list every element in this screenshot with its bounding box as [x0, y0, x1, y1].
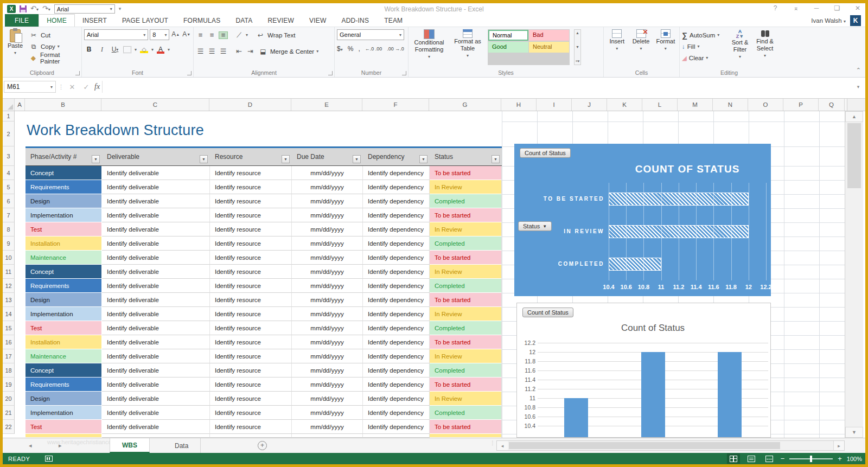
- conditional-formatting-button[interactable]: Conditional Formatting▾: [411, 29, 448, 65]
- deliverable-cell[interactable]: Identify deliverable: [102, 307, 210, 321]
- resource-cell[interactable]: Identify resource: [210, 208, 292, 222]
- status-cell[interactable]: Completed: [430, 406, 502, 420]
- redo-icon[interactable]: ↷▾: [42, 5, 50, 13]
- underline-button[interactable]: U▾: [110, 44, 120, 54]
- deliverable-cell[interactable]: Identify deliverable: [102, 349, 210, 363]
- dependency-cell[interactable]: Identify dependency: [363, 293, 430, 307]
- resource-cell[interactable]: Identify resource: [210, 420, 292, 434]
- status-cell[interactable]: Completed: [430, 321, 502, 335]
- scroll-up-icon[interactable]: ▲: [845, 111, 863, 122]
- filter-icon[interactable]: ▼: [92, 155, 100, 163]
- ribbon-tab-add-ins[interactable]: ADD-INS: [334, 14, 376, 27]
- fill-color-button[interactable]: ◇: [140, 46, 148, 53]
- deliverable-cell[interactable]: Identify deliverable: [102, 208, 210, 222]
- dependency-cell[interactable]: Identify dependency: [363, 420, 430, 434]
- zoom-slider-handle[interactable]: [810, 456, 812, 462]
- bar-in-review[interactable]: [609, 225, 749, 238]
- clipboard-dialog-launcher[interactable]: [75, 71, 80, 75]
- cell[interactable]: [292, 434, 363, 438]
- column-header-B[interactable]: B: [25, 99, 101, 111]
- zoom-level[interactable]: 100%: [847, 456, 862, 462]
- column-header-C[interactable]: C: [101, 99, 209, 111]
- phase-cell[interactable]: Test: [25, 321, 102, 335]
- increase-indent-button[interactable]: ⇥: [246, 48, 255, 55]
- ribbon-tab-formulas[interactable]: FORMULAS: [176, 14, 228, 27]
- ribbon-tab-team[interactable]: TEAM: [376, 14, 410, 27]
- deliverable-cell[interactable]: Identify deliverable: [102, 236, 210, 251]
- dependency-cell[interactable]: Identify dependency: [363, 251, 430, 265]
- percent-style-button[interactable]: %: [348, 45, 354, 53]
- accounting-format-button[interactable]: $▾: [337, 45, 343, 53]
- row-header-6[interactable]: 6: [3, 194, 15, 208]
- filter-icon[interactable]: ▼: [419, 155, 427, 163]
- status-cell[interactable]: [430, 434, 502, 438]
- chart-field-button-count-of-status[interactable]: Count of Status: [520, 148, 571, 158]
- dependency-cell[interactable]: Identify dependency: [363, 349, 430, 363]
- scroll-right-icon[interactable]: ▸: [833, 441, 844, 450]
- due-date-cell[interactable]: mm/dd/yyyy: [292, 222, 363, 236]
- font-family-combo[interactable]: Arial▾: [84, 29, 148, 40]
- ribbon-tab-review[interactable]: REVIEW: [260, 14, 302, 27]
- column-header-K[interactable]: K: [607, 99, 642, 111]
- column-header-G[interactable]: G: [429, 99, 501, 111]
- dependency-cell[interactable]: Identify dependency: [363, 392, 430, 406]
- horizontal-scroll-thumb[interactable]: [509, 442, 780, 449]
- format-as-table-button[interactable]: Format as Table▾: [452, 29, 483, 65]
- tab-scroll-splitter[interactable]: ⋮: [490, 442, 495, 444]
- dependency-cell[interactable]: Identify dependency: [363, 406, 430, 420]
- deliverable-cell[interactable]: Identify deliverable: [102, 363, 210, 378]
- ribbon-tab-data[interactable]: DATA: [228, 14, 260, 27]
- phase-cell[interactable]: Requirements: [25, 180, 102, 194]
- due-date-cell[interactable]: mm/dd/yyyy: [292, 307, 363, 321]
- cell-style-good[interactable]: Good: [488, 42, 528, 53]
- phase-cell[interactable]: Concept: [25, 265, 102, 279]
- dependency-cell[interactable]: Identify dependency: [363, 307, 430, 321]
- pivot-chart-count-of-status[interactable]: Count of StatusStatus▼COUNT OF STATUS10.…: [514, 144, 771, 296]
- zoom-slider[interactable]: [789, 458, 833, 459]
- phase-cell[interactable]: Maintenance: [25, 349, 102, 363]
- dependency-cell[interactable]: Identify dependency: [363, 236, 430, 251]
- deliverable-cell[interactable]: Identify deliverable: [102, 251, 210, 265]
- delete-cells-button[interactable]: ✕ Delete▾: [630, 29, 652, 65]
- sheet-tab-data[interactable]: Data: [163, 438, 201, 453]
- insert-cells-button[interactable]: Insert▾: [606, 29, 628, 65]
- dependency-cell[interactable]: Identify dependency: [363, 321, 430, 335]
- due-date-cell[interactable]: mm/dd/yyyy: [292, 208, 363, 222]
- user-name[interactable]: Ivan Walsh ▾: [811, 17, 846, 24]
- column-header-O[interactable]: O: [748, 99, 783, 111]
- phase-cell[interactable]: Implementation: [25, 208, 102, 222]
- column-header-H[interactable]: H: [501, 99, 537, 111]
- row-header-12[interactable]: 12: [3, 279, 15, 293]
- deliverable-cell[interactable]: Identify deliverable: [102, 265, 210, 279]
- worksheet-grid[interactable]: 12345678910111213141516171819202122 Work…: [3, 111, 865, 438]
- cell-style-neutral[interactable]: Neutral: [529, 42, 569, 53]
- phase-cell[interactable]: Maintenance: [25, 251, 102, 265]
- undo-icon[interactable]: ↶▾: [30, 5, 39, 13]
- status-cell[interactable]: To be started: [430, 335, 502, 349]
- status-cell[interactable]: In Review: [430, 349, 502, 363]
- column-header-P[interactable]: P: [783, 99, 819, 111]
- status-cell[interactable]: To be started: [430, 251, 502, 265]
- ribbon-tab-home[interactable]: HOME: [39, 14, 75, 27]
- page-break-view-button[interactable]: [763, 453, 776, 464]
- status-cell[interactable]: To be started: [430, 166, 502, 180]
- phase-cell[interactable]: Design: [25, 194, 102, 208]
- column-header-E[interactable]: E: [291, 99, 362, 111]
- due-date-cell[interactable]: mm/dd/yyyy: [292, 293, 363, 307]
- phase-cell[interactable]: Requirements: [25, 378, 102, 392]
- alignment-dialog-launcher[interactable]: [328, 71, 333, 75]
- normal-view-button[interactable]: [727, 453, 740, 464]
- phase-cell[interactable]: Test: [25, 420, 102, 434]
- filter-icon[interactable]: ▼: [492, 155, 500, 163]
- due-date-cell[interactable]: mm/dd/yyyy: [292, 236, 363, 251]
- deliverable-cell[interactable]: Identify deliverable: [102, 293, 210, 307]
- phase-cell[interactable]: [25, 434, 102, 438]
- row-header-17[interactable]: 17: [3, 349, 15, 363]
- row-header-4[interactable]: 4: [3, 166, 15, 180]
- row-header-5[interactable]: 5: [3, 180, 15, 194]
- resource-cell[interactable]: Identify resource: [210, 378, 292, 392]
- phase-cell[interactable]: Requirements: [25, 279, 102, 293]
- status-cell[interactable]: Completed: [430, 236, 502, 251]
- due-date-cell[interactable]: mm/dd/yyyy: [292, 378, 363, 392]
- copy-button[interactable]: ⧉Copy▾: [29, 41, 79, 52]
